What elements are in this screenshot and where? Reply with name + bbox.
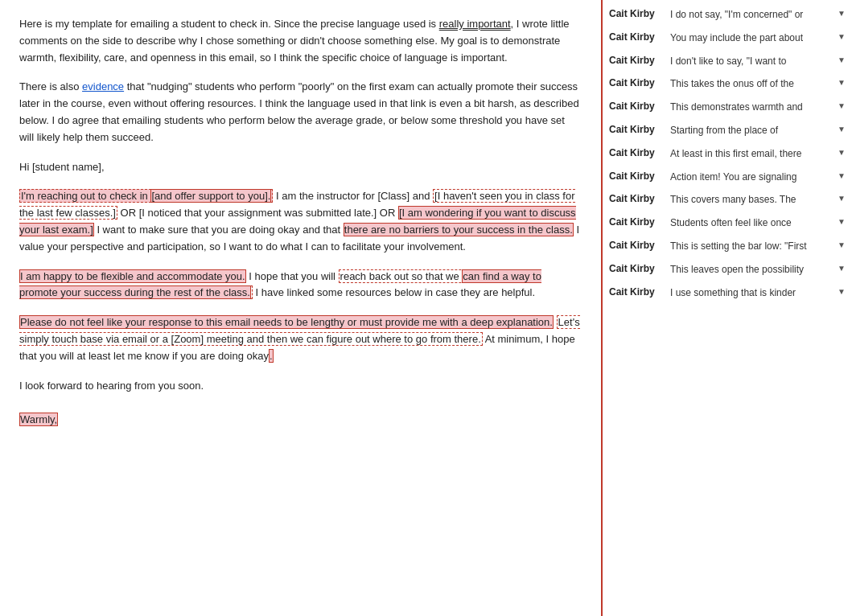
comment-author-1: Cait Kirby — [609, 31, 665, 43]
comment-row-7: Cait KirbyAction item! You are signaling… — [609, 170, 846, 184]
comment-author-12: Cait Kirby — [609, 286, 665, 298]
highlight-doing-okay: . — [269, 349, 274, 363]
comment-row-6: Cait KirbyAt least in this first email, … — [609, 147, 846, 161]
main-content: Here is my template for emailing a stude… — [0, 0, 603, 616]
intro-para1: Here is my template for emailing a stude… — [19, 16, 582, 66]
comment-row-3: Cait KirbyThis takes the onus off of the… — [609, 77, 846, 91]
comment-dropdown-3[interactable]: ▼ — [838, 78, 846, 87]
intro-para2: There is also evidence that "nudging" st… — [19, 79, 582, 146]
comment-author-10: Cait Kirby — [609, 240, 665, 251]
comment-dropdown-2[interactable]: ▼ — [838, 55, 846, 64]
comment-author-3: Cait Kirby — [609, 77, 665, 88]
highlight-reaching-out: I'm reaching out to check in [and offer … — [19, 189, 273, 203]
comment-dropdown-12[interactable]: ▼ — [838, 287, 846, 296]
comment-dropdown-11[interactable]: ▼ — [838, 264, 846, 273]
highlight-offer-support: [and offer support to you]. — [150, 189, 271, 203]
comment-author-6: Cait Kirby — [609, 147, 665, 158]
email-closing: Warmly, — [19, 413, 582, 425]
comment-row-0: Cait KirbyI do not say, "I'm concerned" … — [609, 8, 846, 22]
comment-dropdown-8[interactable]: ▼ — [838, 194, 846, 203]
comment-dropdown-9[interactable]: ▼ — [838, 217, 846, 226]
emphasis-really-important: really important — [439, 18, 511, 30]
comment-dropdown-4[interactable]: ▼ — [838, 101, 846, 110]
comment-author-11: Cait Kirby — [609, 263, 665, 274]
comment-author-7: Cait Kirby — [609, 170, 665, 182]
comment-dropdown-0[interactable]: ▼ — [838, 9, 846, 18]
highlight-warmly: Warmly, — [19, 413, 58, 426]
comment-author-4: Cait Kirby — [609, 101, 665, 112]
comment-dropdown-6[interactable]: ▼ — [838, 148, 846, 157]
comment-text-5: Starting from the place of — [670, 124, 833, 138]
comment-text-10: This is setting the bar low: "First — [670, 240, 833, 253]
comment-text-7: Action item! You are signaling — [670, 170, 833, 184]
comment-row-5: Cait KirbyStarting from the place of▼ — [609, 124, 846, 138]
comment-text-4: This demonstrates warmth and — [670, 101, 833, 114]
comment-text-12: I use something that is kinder — [670, 286, 833, 300]
evidence-link[interactable]: evidence — [82, 80, 124, 92]
comment-author-8: Cait Kirby — [609, 193, 665, 204]
email-para2: I am happy to be flexible and accommodat… — [19, 269, 582, 302]
email-para4: I look forward to hearing from you soon. — [19, 378, 582, 395]
comment-dropdown-7[interactable]: ▼ — [838, 171, 846, 180]
highlight-flexible: I am happy to be flexible and accommodat… — [19, 269, 246, 283]
comment-dropdown-10[interactable]: ▼ — [838, 240, 846, 249]
email-para3: Please do not feel like your response to… — [19, 314, 582, 364]
comment-row-2: Cait KirbyI don't like to say, "I want t… — [609, 55, 846, 68]
comment-text-3: This takes the onus off of the — [670, 77, 833, 91]
comment-row-11: Cait KirbyThis leaves open the possibili… — [609, 263, 846, 277]
comment-author-5: Cait Kirby — [609, 124, 665, 135]
comment-author-0: Cait Kirby — [609, 8, 665, 19]
comment-text-11: This leaves open the possibility — [670, 263, 833, 277]
sidebar-comments: Cait KirbyI do not say, "I'm concerned" … — [603, 0, 852, 616]
comment-author-9: Cait Kirby — [609, 216, 665, 228]
comment-row-10: Cait KirbyThis is setting the bar low: "… — [609, 240, 846, 253]
comment-author-2: Cait Kirby — [609, 55, 665, 66]
email-para1: I'm reaching out to check in [and offer … — [19, 188, 582, 255]
comment-text-9: Students often feel like once — [670, 216, 833, 230]
comment-text-2: I don't like to say, "I want to — [670, 55, 833, 68]
comment-text-8: This covers many bases. The — [670, 193, 833, 207]
comment-text-1: You may include the part about — [670, 31, 833, 45]
comment-row-9: Cait KirbyStudents often feel like once▼ — [609, 216, 846, 230]
highlight-not-lengthy: Please do not feel like your response to… — [19, 315, 554, 329]
comment-row-8: Cait KirbyThis covers many bases. The▼ — [609, 193, 846, 207]
comment-text-0: I do not say, "I'm concerned" or — [670, 8, 833, 22]
comment-row-4: Cait KirbyThis demonstrates warmth and▼ — [609, 101, 846, 114]
highlight-no-barriers: there are no barriers to your success in… — [344, 223, 574, 236]
comment-row-12: Cait KirbyI use something that is kinder… — [609, 286, 846, 300]
comment-row-1: Cait KirbyYou may include the part about… — [609, 31, 846, 45]
comment-text-6: At least in this first email, there — [670, 147, 833, 161]
email-greeting: Hi [student name], — [19, 159, 582, 176]
comment-dropdown-1[interactable]: ▼ — [838, 32, 846, 41]
comment-dropdown-5[interactable]: ▼ — [838, 125, 846, 133]
